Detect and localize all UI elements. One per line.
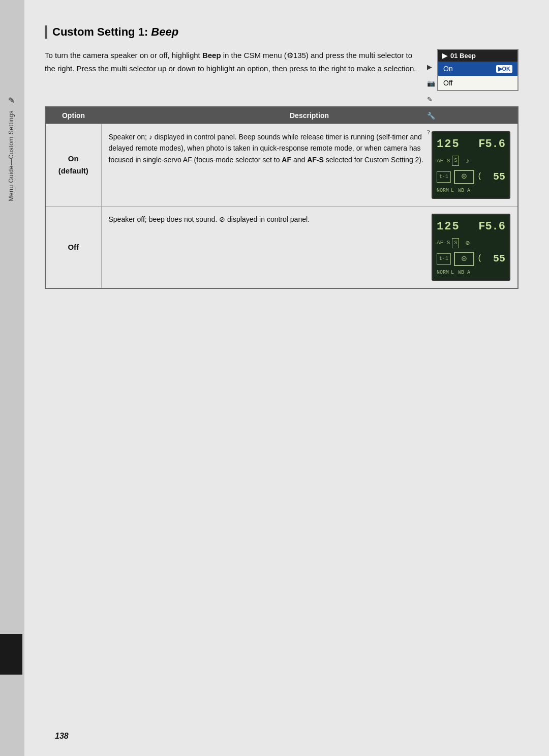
menu-body: On ▶OK Off bbox=[438, 62, 517, 90]
option-on-desc-cell: Speaker on; ♪ displayed in control panel… bbox=[101, 124, 518, 207]
menu-header-text: 01 Beep bbox=[450, 52, 476, 60]
menu-item-off[interactable]: Off bbox=[438, 76, 517, 90]
menu-play-icon: ▶ bbox=[442, 52, 447, 60]
lcd-top-row-on: 125 F5.6 bbox=[437, 135, 505, 153]
menu-left-icons: ▶ 📷 ✎ 🔧 ? bbox=[427, 63, 435, 136]
intro-text: To turn the camera speaker on or off, hi… bbox=[45, 49, 422, 75]
lcd-bottom-on: t·1 ⊙ ( 55 bbox=[437, 169, 505, 185]
row-on-content: Speaker on; ♪ displayed in control panel… bbox=[109, 131, 511, 199]
lcd-norm-off: NORM bbox=[437, 269, 449, 277]
sidebar-black-block bbox=[0, 634, 22, 675]
lcd-t1-on: t·1 bbox=[437, 171, 451, 183]
main-content: Custom Setting 1: Beep To turn the camer… bbox=[24, 0, 549, 756]
page-number: 138 bbox=[55, 732, 69, 741]
lcd-shutter-on: 125 bbox=[437, 135, 460, 153]
lcd-paren-on: ( bbox=[477, 170, 482, 184]
header-option: Option bbox=[45, 107, 101, 124]
lcd-bottom-off: t·1 ⊙ ( 55 bbox=[437, 251, 505, 267]
option-off-text: Off bbox=[68, 243, 79, 251]
lcd-middle-on: AF-S S ♪ bbox=[437, 155, 505, 166]
lcd-labels-on: NORM L WB A bbox=[437, 187, 505, 195]
lcd-l-on: L bbox=[451, 187, 454, 195]
lcd-wb-on: WB A bbox=[458, 187, 470, 195]
lcd-aperture-on: F5.6 bbox=[478, 135, 505, 153]
header-description: Description bbox=[101, 107, 518, 124]
lcd-paren-off: ( bbox=[477, 252, 482, 266]
lcd-t1-off: t·1 bbox=[437, 253, 451, 265]
lcd-display-off: 125 F5.6 AF-S S ⊘ t·1 ⊙ ( bbox=[432, 214, 510, 281]
lcd-shutter-off: 125 bbox=[437, 218, 460, 236]
menu-icon-wrench: 🔧 bbox=[427, 112, 435, 120]
option-off-desc-cell: Speaker off; beep does not sound. ⊘ disp… bbox=[101, 206, 518, 288]
intro-ref: 135 bbox=[293, 51, 306, 60]
lcd-labels-off: NORM L WB A bbox=[437, 269, 505, 277]
intro-text-part1: To turn the camera speaker on or off, hi… bbox=[45, 51, 202, 60]
sidebar: ✎ Menu Guide—Custom Settings bbox=[0, 0, 24, 756]
option-on-label: On (default) bbox=[45, 124, 101, 207]
row-off-text: Speaker off; beep does not sound. ⊘ disp… bbox=[109, 214, 425, 225]
lcd-norm-on: NORM bbox=[437, 187, 449, 195]
sidebar-tab: ✎ Menu Guide—Custom Settings bbox=[0, 92, 22, 205]
title-prefix: Custom Setting 1: bbox=[52, 25, 151, 38]
lcd-display-on: 125 F5.6 AF-S S ♪ t·1 ⊙ ( bbox=[432, 131, 510, 199]
menu-display-container: ▶ 01 Beep On ▶OK Off ▶ 📷 ✎ 🔧 bbox=[437, 49, 518, 91]
lcd-ss-on: 55 bbox=[493, 169, 505, 185]
title-italic: Beep bbox=[151, 25, 178, 38]
option-on-text: On bbox=[68, 154, 79, 163]
intro-section: To turn the camera speaker on or off, hi… bbox=[45, 49, 518, 91]
lcd-middle-off: AF-S S ⊘ bbox=[437, 238, 505, 249]
lcd-afmode-off: AF-S bbox=[437, 239, 450, 248]
csm-symbol: ⚙ bbox=[287, 51, 293, 60]
lcd-ss-off: 55 bbox=[493, 251, 505, 267]
table-row-off: Off Speaker off; beep does not sound. ⊘ … bbox=[45, 206, 518, 288]
lcd-bracket-on: S bbox=[452, 156, 459, 166]
lcd-afmode-on: AF-S bbox=[437, 157, 450, 166]
lcd-viewfinder-on: ⊙ bbox=[454, 170, 474, 184]
lcd-top-row-off: 125 F5.6 bbox=[437, 218, 505, 236]
menu-item-off-label: Off bbox=[443, 79, 452, 87]
lcd-viewfinder-off: ⊙ bbox=[454, 252, 474, 266]
option-on-default: (default) bbox=[58, 166, 88, 175]
lcd-bracket-off: S bbox=[452, 238, 459, 248]
ok-badge: ▶OK bbox=[496, 65, 513, 73]
row-off-content: Speaker off; beep does not sound. ⊘ disp… bbox=[109, 214, 511, 281]
row-on-text: Speaker on; ♪ displayed in control panel… bbox=[109, 131, 425, 165]
menu-item-on[interactable]: On ▶OK bbox=[438, 62, 517, 76]
page-title: Custom Setting 1: Beep bbox=[45, 25, 518, 39]
menu-icon-play: ▶ bbox=[427, 63, 435, 71]
lcd-note-on: ♪ bbox=[465, 155, 469, 166]
options-table: Option Description On (default) Speaker … bbox=[45, 106, 518, 289]
lcd-note-off: ⊘ bbox=[465, 238, 469, 249]
pencil-icon: ✎ bbox=[8, 96, 15, 105]
table-row-on: On (default) Speaker on; ♪ displayed in … bbox=[45, 124, 518, 207]
lcd-wb-off: WB A bbox=[458, 269, 470, 277]
beep-bold: Beep bbox=[202, 51, 221, 60]
lcd-l-off: L bbox=[451, 269, 454, 277]
sidebar-label: Menu Guide—Custom Settings bbox=[8, 110, 15, 201]
menu-icon-camera: 📷 bbox=[427, 79, 435, 88]
menu-icon-pencil: ✎ bbox=[427, 96, 435, 104]
option-off-label: Off bbox=[45, 206, 101, 288]
camera-menu-display: ▶ 01 Beep On ▶OK Off bbox=[437, 49, 518, 91]
lcd-aperture-off: F5.6 bbox=[478, 218, 505, 236]
menu-item-on-label: On bbox=[443, 65, 453, 73]
menu-header: ▶ 01 Beep bbox=[438, 50, 517, 62]
intro-text-part2: in the CSM menu ( bbox=[221, 51, 287, 60]
